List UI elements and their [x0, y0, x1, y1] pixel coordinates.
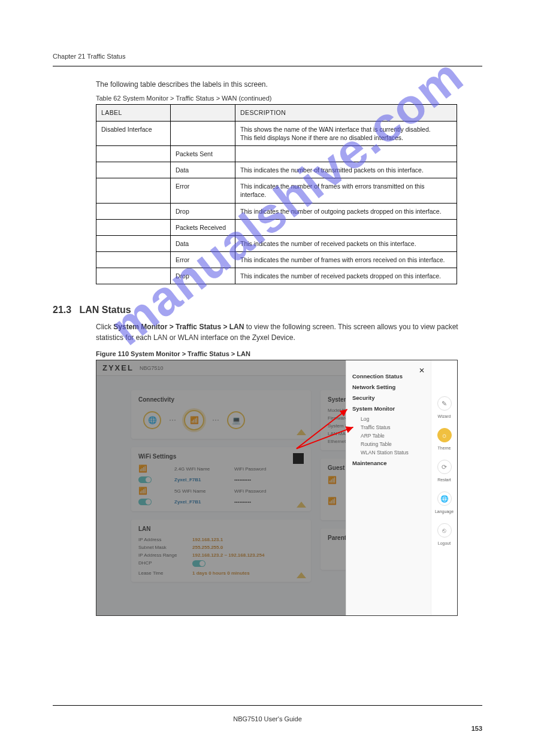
drawer-item[interactable]: Maintenance — [352, 460, 425, 466]
model-name: NBG7510 — [140, 365, 164, 371]
th-description: DESCRIPTION — [235, 105, 457, 121]
drawer-item[interactable]: Network Setting — [352, 384, 425, 390]
lan-title: LAN — [138, 526, 304, 532]
brand-logo: ZYXEL — [102, 363, 134, 372]
card-accent-icon — [297, 502, 306, 508]
lan-card: LAN IP Address 192.168.123.1 Subnet Mask… — [131, 520, 311, 582]
wifi-24-icon: 📶 — [138, 464, 168, 473]
theme-label: Theme — [438, 446, 451, 450]
wizard-button[interactable]: ✎ — [437, 396, 452, 411]
intro-paragraph: The following table describes the labels… — [96, 80, 482, 90]
footer-text: NBG7510 User's Guide — [53, 715, 482, 722]
table-header-row: LABEL DESCRIPTION — [96, 105, 457, 121]
section-body: Click System Monitor > Traffic Status > … — [96, 321, 482, 343]
drawer-subitem[interactable]: ARP Table — [361, 433, 425, 439]
table-row: ErrorThis indicates the number of frames… — [96, 178, 457, 203]
wifi-settings-card: WiFi Settings 📶 2.4G WiFi Name WiFi Pass… — [131, 447, 311, 511]
lan-mask-value: 255.255.255.0 — [192, 545, 304, 550]
close-icon[interactable]: ✕ — [419, 366, 425, 375]
drawer-item[interactable]: System Monitor — [352, 405, 425, 412]
lan-range-label: IP Address Range — [138, 552, 192, 558]
lan-range-value: 192.168.123.2 ~ 192.168.123.254 — [192, 552, 304, 558]
section-title: LAN Status — [79, 305, 131, 315]
parameters-table: LABEL DESCRIPTION Disabled InterfaceThis… — [96, 104, 457, 284]
restart-label: Restart — [437, 478, 451, 482]
table-row: DropThis indicates the number of receive… — [96, 268, 457, 284]
section-heading: 21.3 LAN Status — [53, 305, 482, 315]
qr-code-icon[interactable] — [292, 452, 305, 465]
drawer-subitem[interactable]: Routing Table — [361, 441, 425, 447]
wifi-5-label: 5G WiFi Name — [174, 488, 228, 494]
lan-dhcp-toggle[interactable] — [192, 560, 205, 567]
lan-lease-value: 1 days 0 hours 0 minutes — [192, 570, 304, 576]
wifi-5-ssid: Zyxel_F7B1 — [174, 499, 228, 505]
wifi-24-pw: •••••••••• — [234, 477, 288, 482]
card-accent-icon — [297, 572, 306, 578]
running-header: Chapter 21 Traffic Status — [53, 53, 482, 60]
lan-dhcp-label: DHCP — [138, 560, 192, 568]
table-row: DataThis indicates the number of transmi… — [96, 162, 457, 178]
connectivity-title: Connectivity — [138, 396, 304, 403]
wifi-pw-label: WiFi Password — [234, 466, 288, 472]
drawer-subitem[interactable]: Log — [361, 416, 425, 422]
wifi-24-ssid: Zyxel_F7B1 — [174, 477, 228, 482]
table-row: Disabled InterfaceThis shows the name of… — [96, 121, 457, 145]
table-row: Packets Sent — [96, 145, 457, 162]
logout-button[interactable]: ⎋ — [437, 523, 452, 538]
table-row: DataThis indicates the number of receive… — [96, 235, 457, 251]
wifi-pw-label-2: WiFi Password — [234, 488, 288, 494]
laptop-icon: 💻 — [227, 411, 245, 429]
globe-icon: 🌐 — [143, 411, 161, 429]
connectivity-card: Connectivity 🌐 📶 💻 — [131, 390, 311, 439]
language-button[interactable]: 🌐 — [437, 491, 452, 506]
card-accent-icon — [297, 429, 306, 435]
lan-mask-label: Subnet Mask — [138, 545, 192, 550]
th-blank — [171, 105, 235, 121]
table-row: Packets Received — [96, 219, 457, 235]
router-icon: 📶 — [184, 410, 204, 430]
wifi-5-pw: •••••••••• — [234, 499, 288, 505]
section-number: 21.3 — [53, 305, 71, 315]
restart-button[interactable]: ⟳ — [437, 460, 452, 474]
footer-rule — [53, 705, 482, 706]
page-number: 153 — [471, 725, 482, 732]
drawer-item[interactable]: Connection Status — [352, 373, 425, 379]
table-caption: Table 62 System Monitor > Traffic Status… — [96, 95, 482, 102]
wifi-5-toggle[interactable] — [138, 499, 152, 505]
drawer-subitem[interactable]: Traffic Status — [361, 424, 425, 430]
theme-button[interactable]: ☼ — [437, 428, 452, 442]
th-label: LABEL — [96, 105, 171, 121]
lan-lease-label: Lease Time — [138, 570, 192, 576]
wifi-24-label: 2.4G WiFi Name — [174, 466, 228, 472]
wifi-settings-title: WiFi Settings — [138, 453, 304, 460]
drawer-item[interactable]: Security — [352, 394, 425, 401]
wifi-5-icon: 📶 — [138, 487, 168, 495]
language-label: Language — [435, 509, 454, 514]
lan-ip-label: IP Address — [138, 537, 192, 542]
drawer-subitem[interactable]: WLAN Station Status — [361, 450, 425, 456]
table-row: DropThis indicates the number of outgoin… — [96, 203, 457, 219]
wifi-24-toggle[interactable] — [138, 476, 152, 483]
embedded-screenshot: ZYXEL NBG7510 Connectivity 🌐 📶 💻 — [96, 360, 458, 616]
table-row: ErrorThis indicates the number of frames… — [96, 252, 457, 268]
figure-caption: Figure 110 System Monitor > Traffic Stat… — [96, 350, 458, 357]
nav-drawer: ✕ Connection StatusNetwork SettingSecuri… — [346, 360, 431, 615]
side-rail: ✎Wizard☼Theme⟳Restart🌐Language⎋Logout — [431, 360, 457, 615]
header-rule — [53, 66, 482, 66]
lan-ip-value: 192.168.123.1 — [192, 537, 304, 542]
logout-label: Logout — [438, 541, 451, 545]
wizard-label: Wizard — [438, 414, 451, 418]
